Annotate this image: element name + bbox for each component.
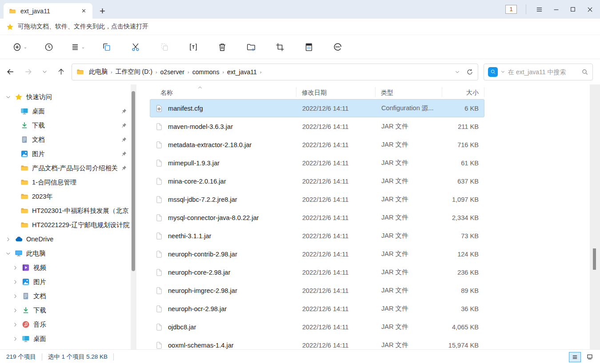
app-menu-button[interactable]: [535, 5, 543, 13]
crop-button[interactable]: [265, 37, 294, 57]
new-folder-button[interactable]: [236, 37, 265, 57]
pin-icon[interactable]: [121, 108, 127, 114]
maximize-button[interactable]: [569, 5, 577, 13]
sidebar-item[interactable]: 文档: [0, 289, 137, 303]
file-row[interactable]: neuroph-contrib-2.98.jar2022/12/6 14:11J…: [150, 245, 484, 263]
details-view-button[interactable]: [569, 352, 581, 362]
breadcrumb-segment[interactable]: o2server: [158, 68, 187, 76]
file-row[interactable]: mysql-connector-java-8.0.22.jar2022/12/6…: [150, 208, 484, 227]
file-row[interactable]: neethi-3.1.1.jar2022/12/6 14:11JAR 文件73 …: [150, 227, 484, 245]
column-header[interactable]: 大小: [442, 87, 484, 97]
search-input[interactable]: [508, 68, 579, 76]
divider: [113, 353, 114, 360]
file-row[interactable]: manifest.cfg2022/12/6 14:11Configuration…: [150, 99, 484, 117]
sidebar-item[interactable]: HT202301-中福彩科技发展（北京: [0, 204, 137, 218]
breadcrumb-segment[interactable]: commons: [190, 68, 222, 76]
file-type: JAR 文件: [376, 191, 443, 208]
address-bar[interactable]: 此电脑›工作空间 (D:)›o2server›commons›ext_java1…: [72, 64, 478, 80]
new-button[interactable]: ⌄: [5, 37, 34, 57]
sidebar-scrollbar[interactable]: [131, 84, 136, 349]
search-icon[interactable]: [581, 68, 588, 76]
forward-icon[interactable]: [24, 68, 32, 76]
pin-icon[interactable]: [121, 151, 127, 157]
sidebar-item[interactable]: 文档: [0, 132, 137, 147]
up-icon[interactable]: [57, 68, 65, 76]
quick-open-tip-bar[interactable]: 可拖动文档、软件、文件夹到此，点击快速打开: [0, 19, 600, 35]
minimize-button[interactable]: [552, 5, 560, 13]
chevron-down-icon[interactable]: ⌄: [81, 44, 85, 49]
address-dropdown-icon[interactable]: [455, 69, 460, 75]
sidebar-item[interactable]: 图片: [0, 147, 137, 161]
breadcrumb-segment[interactable]: ext_java11: [225, 68, 259, 76]
chevron-right-icon[interactable]: [12, 279, 18, 285]
file-icon: [155, 177, 163, 186]
breadcrumb-segment[interactable]: 此电脑: [87, 68, 110, 76]
chevron-right-icon[interactable]: [12, 265, 18, 271]
search-box[interactable]: [484, 64, 593, 80]
rename-button[interactable]: [179, 37, 208, 57]
search-engine-icon[interactable]: [488, 67, 498, 77]
column-header[interactable]: 修改日期: [296, 87, 376, 97]
refresh-icon[interactable]: [466, 68, 473, 76]
file-row[interactable]: mina-core-2.0.16.jar2022/12/6 14:11JAR 文…: [150, 172, 484, 190]
chevron-right-icon[interactable]: [12, 322, 18, 328]
chevron-down-icon[interactable]: [5, 251, 11, 256]
history-chevron-icon[interactable]: [42, 69, 48, 75]
window-scrollbar[interactable]: [590, 84, 600, 349]
sidebar-item[interactable]: HT20221229-辽宁邮电规划设计院: [0, 218, 137, 232]
file-list: 名称修改日期类型大小 manifest.cfg2022/12/6 14:11Co…: [150, 84, 484, 349]
file-row[interactable]: mimepull-1.9.3.jar2022/12/6 14:11JAR 文件6…: [150, 154, 484, 172]
file-row[interactable]: ojdbc8.jar2022/12/6 14:11JAR 文件4,065 KB: [150, 318, 484, 336]
recent-button[interactable]: [34, 37, 63, 57]
file-type: JAR 文件: [376, 300, 443, 317]
pin-icon[interactable]: [121, 136, 127, 143]
sidebar-item[interactable]: 2023年: [0, 189, 137, 204]
sidebar-item[interactable]: 此电脑: [0, 246, 137, 260]
sort-button[interactable]: ⌄: [63, 37, 92, 57]
file-name: ojdbc8.jar: [168, 324, 196, 331]
sidebar-item[interactable]: OneDrive: [0, 232, 137, 246]
thumbnail-view-button[interactable]: [584, 352, 596, 362]
sidebar-item[interactable]: 快速访问: [0, 90, 137, 104]
sidebar-scrollbar-thumb[interactable]: [132, 91, 135, 271]
sidebar-item[interactable]: 视频: [0, 260, 137, 275]
tab-ext-java11[interactable]: ext_java11 ✕: [4, 3, 92, 19]
file-row[interactable]: neuroph-core-2.98.jar2022/12/6 14:11JAR …: [150, 263, 484, 281]
chevron-right-icon[interactable]: [12, 308, 18, 313]
pin-icon[interactable]: [121, 165, 127, 171]
column-header[interactable]: 类型: [376, 87, 442, 97]
back-icon[interactable]: [6, 68, 15, 76]
file-row[interactable]: metadata-extractor-2.18.0.jar2022/12/6 1…: [150, 136, 484, 154]
sidebar-item[interactable]: 桌面: [0, 104, 137, 118]
search-dropdown-icon[interactable]: [500, 69, 505, 74]
new-tab-button[interactable]: +: [100, 6, 105, 16]
sidebar-item[interactable]: 产品文档-产品与公司介绍相关: [0, 161, 137, 175]
chevron-right-icon[interactable]: [12, 336, 18, 342]
column-header[interactable]: 名称: [150, 87, 296, 97]
sidebar-item[interactable]: 图片: [0, 275, 137, 289]
file-row[interactable]: mssql-jdbc-7.2.2.jre8.jar2022/12/6 14:11…: [150, 190, 484, 208]
close-button[interactable]: [586, 5, 594, 13]
refresh-swirl-button[interactable]: [323, 37, 352, 57]
sidebar-item[interactable]: 音乐: [0, 317, 137, 332]
sidebar-item[interactable]: 桌面: [0, 332, 137, 346]
delete-button[interactable]: [208, 37, 236, 57]
chevron-right-icon[interactable]: [12, 293, 18, 299]
breadcrumb-segment[interactable]: 工作空间 (D:): [113, 68, 155, 76]
pin-icon[interactable]: [121, 122, 127, 128]
sidebar-item[interactable]: 下载: [0, 118, 137, 132]
chevron-down-icon[interactable]: [5, 94, 11, 100]
file-row[interactable]: neuroph-imgrec-2.98.jar2022/12/6 14:11JA…: [150, 281, 484, 300]
properties-button[interactable]: [294, 37, 323, 57]
tab-close-icon[interactable]: ✕: [80, 8, 87, 14]
chevron-down-icon[interactable]: ⌄: [24, 44, 27, 49]
chevron-right-icon[interactable]: [5, 236, 11, 242]
sidebar-item[interactable]: 1-合同信息管理: [0, 175, 137, 189]
sidebar-item[interactable]: 下载: [0, 303, 137, 317]
copy-button[interactable]: [92, 37, 121, 57]
cut-button[interactable]: [121, 37, 150, 57]
window-scrollbar-thumb[interactable]: [593, 248, 596, 270]
file-row[interactable]: neuroph-ocr-2.98.jar2022/12/6 14:11JAR 文…: [150, 300, 484, 318]
selection-summary: 选中 1 个项目 5.28 KB: [48, 353, 108, 361]
file-row[interactable]: maven-model-3.6.3.jar2022/12/6 14:11JAR …: [150, 117, 484, 136]
